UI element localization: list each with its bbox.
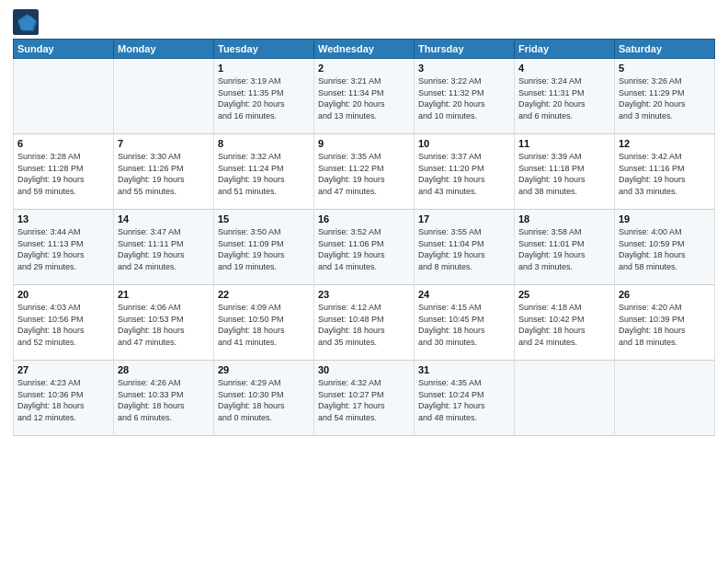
day-number: 7 [118, 138, 210, 149]
weekday-header: Wednesday [314, 40, 415, 59]
day-number: 4 [518, 63, 610, 74]
day-info: Sunrise: 3:22 AM Sunset: 11:32 PM Daylig… [418, 75, 510, 121]
day-number: 22 [218, 289, 310, 300]
day-info: Sunrise: 4:20 AM Sunset: 10:39 PM Daylig… [619, 302, 711, 348]
day-number: 9 [318, 138, 410, 149]
day-number: 15 [218, 213, 310, 224]
day-info: Sunrise: 3:50 AM Sunset: 11:09 PM Daylig… [218, 226, 310, 272]
calendar-cell: 24Sunrise: 4:15 AM Sunset: 10:45 PM Dayl… [415, 285, 515, 361]
calendar-cell [114, 59, 214, 134]
calendar-cell: 19Sunrise: 4:00 AM Sunset: 10:59 PM Dayl… [615, 210, 715, 285]
day-number: 17 [418, 213, 510, 224]
day-number: 3 [418, 63, 510, 74]
calendar-cell: 1Sunrise: 3:19 AM Sunset: 11:35 PM Dayli… [214, 59, 314, 134]
day-info: Sunrise: 3:39 AM Sunset: 11:18 PM Daylig… [518, 151, 610, 197]
day-number: 8 [218, 138, 310, 149]
calendar-cell: 6Sunrise: 3:28 AM Sunset: 11:28 PM Dayli… [14, 134, 114, 210]
calendar-cell: 23Sunrise: 4:12 AM Sunset: 10:48 PM Dayl… [314, 285, 415, 361]
calendar-cell: 31Sunrise: 4:35 AM Sunset: 10:24 PM Dayl… [415, 361, 515, 436]
day-info: Sunrise: 3:55 AM Sunset: 11:04 PM Daylig… [418, 226, 510, 272]
weekday-row: SundayMondayTuesdayWednesdayThursdayFrid… [14, 40, 715, 59]
day-number: 21 [118, 289, 210, 300]
calendar-cell: 20Sunrise: 4:03 AM Sunset: 10:56 PM Dayl… [14, 285, 114, 361]
day-info: Sunrise: 3:24 AM Sunset: 11:31 PM Daylig… [518, 75, 610, 121]
weekday-header: Sunday [14, 40, 114, 59]
page-container: SundayMondayTuesdayWednesdayThursdayFrid… [0, 0, 728, 563]
weekday-header: Friday [515, 40, 615, 59]
weekday-header: Saturday [615, 40, 715, 59]
day-info: Sunrise: 3:44 AM Sunset: 11:13 PM Daylig… [17, 226, 109, 272]
day-info: Sunrise: 4:26 AM Sunset: 10:33 PM Daylig… [118, 377, 210, 423]
day-number: 18 [518, 213, 610, 224]
day-number: 31 [418, 364, 510, 375]
calendar-cell [515, 361, 615, 436]
day-info: Sunrise: 4:12 AM Sunset: 10:48 PM Daylig… [318, 302, 410, 348]
calendar-table: SundayMondayTuesdayWednesdayThursdayFrid… [13, 39, 715, 436]
day-number: 19 [619, 213, 711, 224]
weekday-header: Tuesday [214, 40, 314, 59]
day-number: 26 [619, 289, 711, 300]
calendar-body: 1Sunrise: 3:19 AM Sunset: 11:35 PM Dayli… [14, 59, 715, 436]
calendar-cell: 8Sunrise: 3:32 AM Sunset: 11:24 PM Dayli… [214, 134, 314, 210]
calendar-week-row: 6Sunrise: 3:28 AM Sunset: 11:28 PM Dayli… [14, 134, 715, 210]
day-info: Sunrise: 3:37 AM Sunset: 11:20 PM Daylig… [418, 151, 510, 197]
calendar-week-row: 13Sunrise: 3:44 AM Sunset: 11:13 PM Dayl… [14, 210, 715, 285]
day-info: Sunrise: 3:42 AM Sunset: 11:16 PM Daylig… [619, 151, 711, 197]
day-info: Sunrise: 3:52 AM Sunset: 11:06 PM Daylig… [318, 226, 410, 272]
day-number: 1 [218, 63, 310, 74]
calendar-cell: 3Sunrise: 3:22 AM Sunset: 11:32 PM Dayli… [415, 59, 515, 134]
day-number: 23 [318, 289, 410, 300]
calendar-cell: 25Sunrise: 4:18 AM Sunset: 10:42 PM Dayl… [515, 285, 615, 361]
day-info: Sunrise: 3:26 AM Sunset: 11:29 PM Daylig… [619, 75, 711, 121]
day-info: Sunrise: 3:32 AM Sunset: 11:24 PM Daylig… [218, 151, 310, 197]
day-info: Sunrise: 4:18 AM Sunset: 10:42 PM Daylig… [518, 302, 610, 348]
day-number: 28 [118, 364, 210, 375]
day-number: 13 [17, 213, 109, 224]
day-info: Sunrise: 4:06 AM Sunset: 10:53 PM Daylig… [118, 302, 210, 348]
calendar-week-row: 1Sunrise: 3:19 AM Sunset: 11:35 PM Dayli… [14, 59, 715, 134]
day-number: 20 [17, 289, 109, 300]
day-number: 30 [318, 364, 410, 375]
day-number: 12 [619, 138, 711, 149]
calendar-cell: 4Sunrise: 3:24 AM Sunset: 11:31 PM Dayli… [515, 59, 615, 134]
day-info: Sunrise: 4:00 AM Sunset: 10:59 PM Daylig… [619, 226, 711, 272]
logo-icon [13, 9, 39, 35]
calendar-week-row: 20Sunrise: 4:03 AM Sunset: 10:56 PM Dayl… [14, 285, 715, 361]
calendar-cell: 26Sunrise: 4:20 AM Sunset: 10:39 PM Dayl… [615, 285, 715, 361]
calendar-cell: 5Sunrise: 3:26 AM Sunset: 11:29 PM Dayli… [615, 59, 715, 134]
day-info: Sunrise: 3:28 AM Sunset: 11:28 PM Daylig… [17, 151, 109, 197]
calendar-cell: 17Sunrise: 3:55 AM Sunset: 11:04 PM Dayl… [415, 210, 515, 285]
day-number: 5 [619, 63, 711, 74]
calendar-cell: 27Sunrise: 4:23 AM Sunset: 10:36 PM Dayl… [14, 361, 114, 436]
day-info: Sunrise: 3:21 AM Sunset: 11:34 PM Daylig… [318, 75, 410, 121]
calendar-week-row: 27Sunrise: 4:23 AM Sunset: 10:36 PM Dayl… [14, 361, 715, 436]
calendar-cell: 13Sunrise: 3:44 AM Sunset: 11:13 PM Dayl… [14, 210, 114, 285]
day-info: Sunrise: 4:03 AM Sunset: 10:56 PM Daylig… [17, 302, 109, 348]
calendar-cell: 2Sunrise: 3:21 AM Sunset: 11:34 PM Dayli… [314, 59, 415, 134]
day-number: 24 [418, 289, 510, 300]
day-info: Sunrise: 4:32 AM Sunset: 10:27 PM Daylig… [318, 377, 410, 423]
calendar-cell: 11Sunrise: 3:39 AM Sunset: 11:18 PM Dayl… [515, 134, 615, 210]
day-number: 27 [17, 364, 109, 375]
calendar-cell: 29Sunrise: 4:29 AM Sunset: 10:30 PM Dayl… [214, 361, 314, 436]
day-info: Sunrise: 3:47 AM Sunset: 11:11 PM Daylig… [118, 226, 210, 272]
day-number: 16 [318, 213, 410, 224]
weekday-header: Thursday [415, 40, 515, 59]
day-number: 10 [418, 138, 510, 149]
day-number: 14 [118, 213, 210, 224]
day-info: Sunrise: 4:15 AM Sunset: 10:45 PM Daylig… [418, 302, 510, 348]
logo [13, 9, 42, 35]
day-number: 11 [518, 138, 610, 149]
day-number: 6 [17, 138, 109, 149]
calendar-cell: 10Sunrise: 3:37 AM Sunset: 11:20 PM Dayl… [415, 134, 515, 210]
calendar-cell: 18Sunrise: 3:58 AM Sunset: 11:01 PM Dayl… [515, 210, 615, 285]
calendar-cell: 12Sunrise: 3:42 AM Sunset: 11:16 PM Dayl… [615, 134, 715, 210]
calendar-cell: 9Sunrise: 3:35 AM Sunset: 11:22 PM Dayli… [314, 134, 415, 210]
day-info: Sunrise: 3:19 AM Sunset: 11:35 PM Daylig… [218, 75, 310, 121]
calendar-cell: 14Sunrise: 3:47 AM Sunset: 11:11 PM Dayl… [114, 210, 214, 285]
day-info: Sunrise: 4:29 AM Sunset: 10:30 PM Daylig… [218, 377, 310, 423]
day-number: 29 [218, 364, 310, 375]
day-info: Sunrise: 3:30 AM Sunset: 11:26 PM Daylig… [118, 151, 210, 197]
calendar-cell: 28Sunrise: 4:26 AM Sunset: 10:33 PM Dayl… [114, 361, 214, 436]
day-info: Sunrise: 4:23 AM Sunset: 10:36 PM Daylig… [17, 377, 109, 423]
